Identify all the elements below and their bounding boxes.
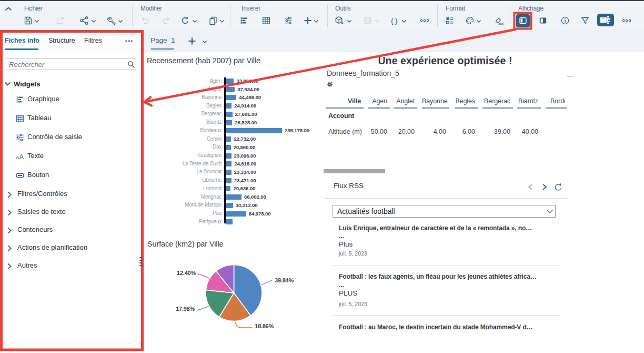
svg-text:A: A <box>19 153 24 161</box>
